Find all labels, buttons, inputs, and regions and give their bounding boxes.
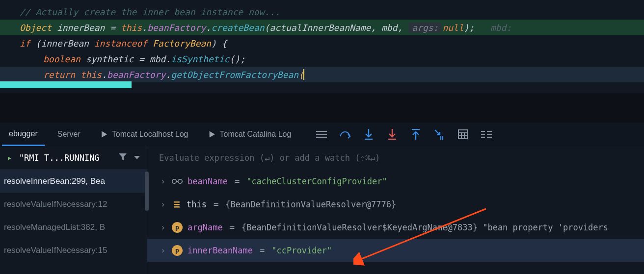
frames-panel: ▸ "RMI T...RUNNING resolveInnerBean:299,… xyxy=(0,146,147,274)
watch-icon xyxy=(172,176,183,187)
variable-value: "ccProvider" xyxy=(271,246,332,255)
editor-code-area[interactable]: // Actually create the inner bean instan… xyxy=(0,0,644,93)
variable-value: {BeanDefinitionValueResolver@7776} xyxy=(225,199,396,209)
debug-lower-panel: ▸ "RMI T...RUNNING resolveInnerBean:299,… xyxy=(0,146,644,274)
variable-value: {BeanDefinitionValueResolver$KeyedArgNam… xyxy=(242,223,608,232)
variable-value: "cacheClusterConfigProvider" xyxy=(246,176,387,186)
placeholder-text: Evaluate expression (↵) or add a watch (… xyxy=(159,153,380,163)
tab-label: Tomcat Catalina Log xyxy=(220,130,292,139)
tab-tomcat-localhost-log[interactable]: Tomcat Localhost Log xyxy=(93,123,195,146)
variables-list[interactable]: › beanName = "cacheClusterConfigProvider… xyxy=(147,170,644,274)
tab-debugger[interactable]: ebugger xyxy=(2,123,45,146)
panel-gap xyxy=(0,93,644,123)
code-line-current: return this . beanFactory . getObjectFro… xyxy=(0,67,644,82)
step-over-button[interactable] xyxy=(339,128,351,140)
tab-server[interactable]: Server xyxy=(51,123,87,146)
variable-row[interactable]: › ≡ this = {BeanDefinitionValueResolver@… xyxy=(147,193,644,216)
variable-row[interactable]: › p innerBeanName = "ccProvider" xyxy=(147,239,644,262)
code-line: if ( innerBean instanceof FactoryBean ) … xyxy=(0,35,644,51)
debug-toolbar xyxy=(316,128,492,140)
object-icon: ≡ xyxy=(172,199,182,210)
expand-chevron-icon[interactable]: › xyxy=(159,176,167,186)
step-into-button[interactable] xyxy=(363,128,375,140)
evaluate-expression-button[interactable] xyxy=(457,128,469,140)
stack-frame[interactable]: resolveValueIfNecessary:15 xyxy=(0,239,147,262)
variable-row[interactable]: › p argName = {BeanDefinitionValueResolv… xyxy=(147,216,644,239)
evaluate-expression-input[interactable]: Evaluate expression (↵) or add a watch (… xyxy=(147,146,644,170)
variables-panel: Evaluate expression (↵) or add a watch (… xyxy=(147,146,644,274)
expand-chevron-icon[interactable]: › xyxy=(159,246,167,255)
tab-label: Server xyxy=(57,130,80,139)
frames-list[interactable]: resolveInnerBean:299, Bea resolveValueIf… xyxy=(0,170,147,274)
svg-point-23 xyxy=(178,179,182,183)
step-out-button[interactable] xyxy=(410,128,422,140)
svg-point-22 xyxy=(172,179,176,183)
expand-chevron-icon[interactable]: › xyxy=(159,223,167,232)
force-step-into-button[interactable] xyxy=(386,128,398,140)
code-line: boolean synthetic = mbd . isSynthetic ()… xyxy=(0,51,644,67)
frames-header: ▸ "RMI T...RUNNING xyxy=(0,146,147,170)
filter-icon[interactable] xyxy=(118,152,127,163)
layout-settings-button[interactable] xyxy=(316,128,327,140)
play-icon xyxy=(100,130,108,138)
trace-current-stream-button[interactable] xyxy=(481,128,492,140)
code-comment: // Actually create the inner bean instan… xyxy=(20,7,280,17)
tab-tomcat-catalina-log[interactable]: Tomcat Catalina Log xyxy=(201,123,298,146)
run-to-cursor-button[interactable] xyxy=(433,128,445,140)
parameter-icon: p xyxy=(172,245,183,256)
stack-frame[interactable]: resolveManagedList:382, B xyxy=(0,216,147,239)
thread-selector[interactable]: "RMI T...RUNNING xyxy=(19,153,100,163)
stack-frame[interactable]: resolveValueIfNecessary:12 xyxy=(0,193,147,216)
variable-row[interactable]: › beanName = "cacheClusterConfigProvider… xyxy=(147,170,644,193)
caret-icon xyxy=(303,69,304,80)
vertical-scrollbar[interactable] xyxy=(145,172,149,211)
debug-tabstrip: ebugger Server Tomcat Localhost Log Tomc… xyxy=(0,123,644,146)
code-line: // Actually create the inner bean instan… xyxy=(0,4,644,20)
code-line-executed: Object innerBean = this . beanFactory . … xyxy=(0,20,644,35)
variable-name: innerBeanName xyxy=(188,246,253,255)
horizontal-scrollbar[interactable] xyxy=(0,81,132,88)
parameter-icon: p xyxy=(172,222,183,233)
play-icon xyxy=(208,130,216,138)
expand-chevron-icon[interactable]: › xyxy=(159,199,167,209)
variable-name: beanName xyxy=(188,176,228,186)
play-icon: ▸ xyxy=(7,152,12,163)
stack-frame[interactable]: resolveInnerBean:299, Bea xyxy=(0,170,147,193)
svg-rect-11 xyxy=(458,130,467,139)
tab-label: ebugger xyxy=(9,129,38,138)
dropdown-icon[interactable] xyxy=(134,156,140,159)
tab-label: Tomcat Localhost Log xyxy=(112,130,188,139)
variable-name: argName xyxy=(188,223,223,232)
variable-name: this xyxy=(187,199,207,209)
